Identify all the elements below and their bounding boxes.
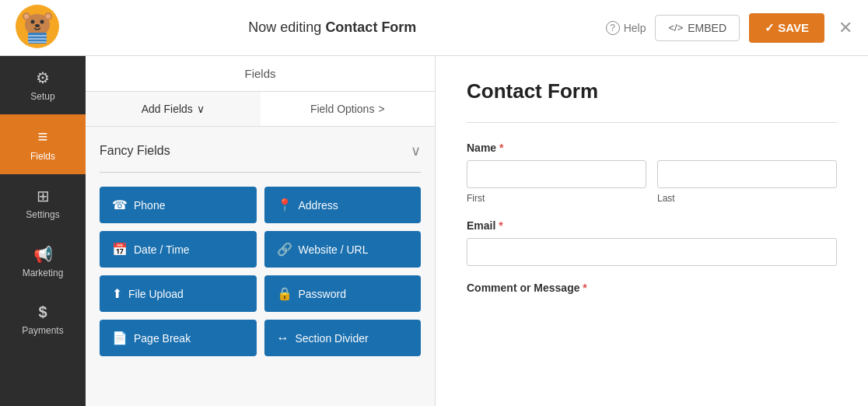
name-label: Name *: [467, 142, 837, 154]
field-button-address[interactable]: 📍 Address: [264, 187, 422, 223]
name-last-input[interactable]: [657, 160, 837, 188]
svg-point-7: [40, 19, 44, 23]
name-first-label: First: [467, 193, 646, 204]
settings-icon: ⊞: [37, 187, 50, 205]
fancy-fields-toggle[interactable]: ∨: [411, 142, 421, 159]
svg-point-8: [35, 24, 40, 27]
name-inputs-row: [467, 160, 837, 188]
sidebar-item-payments[interactable]: $ Payments: [0, 291, 86, 348]
help-icon: ?: [606, 21, 620, 35]
datetime-icon: 📅: [112, 242, 128, 257]
field-buttons-grid: ☎ Phone 📍 Address 📅 Date / Time 🔗 Websit…: [100, 187, 421, 356]
field-button-website[interactable]: 🔗 Website / URL: [264, 231, 422, 268]
main-layout: ⚙ Setup ≡ Fields ⊞ Settings 📢 Marketing …: [0, 56, 868, 406]
password-icon: 🔒: [277, 286, 292, 301]
form-divider: [467, 122, 837, 123]
tabs: Add Fields ∨ Field Options >: [86, 92, 435, 127]
field-button-page-break[interactable]: 📄 Page Break: [100, 320, 257, 356]
name-field-group: Name * First Last: [467, 142, 837, 204]
top-bar: Now editing Contact Form ? Help </> EMBE…: [0, 0, 868, 56]
save-button[interactable]: ✓ SAVE: [749, 13, 824, 43]
svg-point-6: [31, 19, 35, 23]
tab-add-fields[interactable]: Add Fields ∨: [86, 92, 261, 126]
fields-panel-header: Fields: [86, 56, 435, 92]
payments-icon: $: [38, 303, 47, 321]
field-button-password[interactable]: 🔒 Password: [264, 275, 422, 312]
chevron-right-icon: >: [378, 103, 384, 115]
email-required-star: *: [495, 219, 502, 232]
name-first-input[interactable]: [467, 160, 646, 188]
field-button-phone[interactable]: ☎ Phone: [100, 187, 257, 223]
sidebar-item-settings[interactable]: ⊞ Settings: [0, 174, 86, 233]
marketing-icon: 📢: [33, 245, 53, 264]
page-break-icon: 📄: [112, 331, 128, 345]
chevron-down-icon: ∨: [197, 103, 205, 115]
section-divider-icon: ↔: [277, 331, 289, 345]
sidebar-item-marketing[interactable]: 📢 Marketing: [0, 233, 86, 291]
sidebar-item-fields[interactable]: ≡ Fields: [0, 114, 86, 174]
email-input[interactable]: [467, 238, 837, 266]
setup-icon: ⚙: [36, 68, 50, 87]
comment-required-star: *: [579, 282, 586, 294]
fields-panel: Fields Add Fields ∨ Field Options > Fanc…: [86, 56, 436, 406]
close-button[interactable]: ✕: [838, 18, 852, 38]
email-field-group: Email *: [467, 219, 837, 282]
field-button-section-divider[interactable]: ↔ Section Divider: [264, 320, 422, 356]
top-bar-actions: ? Help </> EMBED ✓ SAVE ✕: [606, 13, 852, 43]
fields-icon: ≡: [38, 127, 48, 147]
svg-point-5: [46, 14, 51, 19]
form-title: Contact Form: [467, 79, 837, 103]
file-upload-icon: ⬆: [112, 286, 122, 301]
editing-title: Now editing Contact Form: [248, 19, 416, 36]
sidebar-item-setup[interactable]: ⚙ Setup: [0, 56, 86, 114]
address-icon: 📍: [277, 198, 292, 212]
comment-field-group: Comment or Message *: [467, 282, 837, 294]
field-button-datetime[interactable]: 📅 Date / Time: [100, 231, 257, 268]
fancy-fields-divider: [100, 172, 421, 173]
name-required-star: *: [496, 142, 503, 154]
fields-content: Fancy Fields ∨ ☎ Phone 📍 Address 📅 Date …: [86, 127, 435, 406]
email-label: Email *: [467, 219, 837, 232]
tab-field-options[interactable]: Field Options >: [261, 92, 436, 126]
fancy-fields-header: Fancy Fields ∨: [100, 142, 421, 159]
embed-icon: </>: [668, 22, 683, 33]
name-last-label: Last: [657, 193, 837, 204]
form-preview: Contact Form Name * First Last Email *: [436, 56, 868, 406]
embed-button[interactable]: </> EMBED: [655, 15, 740, 41]
help-button[interactable]: ? Help: [606, 21, 646, 35]
sidebar: ⚙ Setup ≡ Fields ⊞ Settings 📢 Marketing …: [0, 56, 86, 406]
field-button-file-upload[interactable]: ⬆ File Upload: [100, 275, 257, 312]
name-sub-labels: First Last: [467, 193, 837, 204]
fancy-fields-label: Fancy Fields: [100, 144, 170, 158]
comment-label: Comment or Message *: [467, 282, 837, 294]
website-icon: 🔗: [277, 242, 292, 257]
phone-icon: ☎: [112, 198, 128, 212]
logo: [16, 5, 59, 51]
svg-point-4: [24, 14, 29, 19]
